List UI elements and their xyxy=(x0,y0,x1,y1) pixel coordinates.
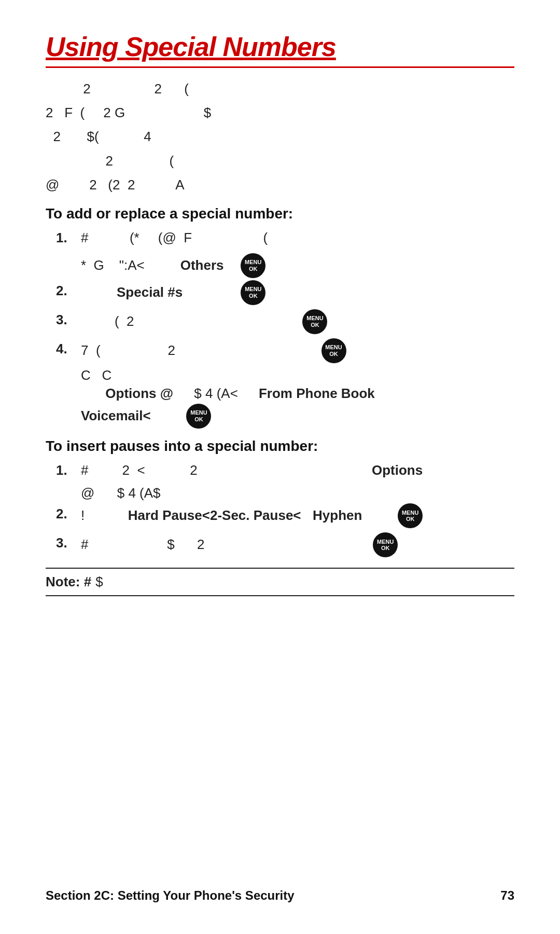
from-phone-book-label: From Phone Book xyxy=(259,386,375,402)
footer-left: Section 2C: Setting Your Phone's Securit… xyxy=(46,888,295,903)
hard-pause-label: Hard Pause<2-Sec. Pause< xyxy=(128,505,301,527)
options-label-p1: Options xyxy=(372,460,423,482)
add-replace-label: To add or replace a special number: xyxy=(46,205,514,222)
add-step-4-sub3: Voicemail< MENUOK xyxy=(81,404,514,429)
pause-step-1-num: 1. xyxy=(56,460,81,482)
intro-row-4: 2 ( xyxy=(46,149,514,172)
page-title: Using Special Numbers xyxy=(46,31,514,62)
note-label: Note: # xyxy=(46,574,91,590)
add-step-1-sub: * G ":A< Others MENUOK xyxy=(81,253,514,278)
footer: Section 2C: Setting Your Phone's Securit… xyxy=(46,888,514,903)
step-2-num: 2. xyxy=(56,280,81,302)
add-step-4-main: 4. 7 ( 2 MENUOK xyxy=(56,338,514,363)
voicemail-label: Voicemail< xyxy=(81,408,151,424)
pause-step-3: 3. # $ 2 MENUOK xyxy=(56,532,514,557)
step-1-content: # (* (@ F ( xyxy=(81,227,514,249)
special-hash-label: Special #s xyxy=(117,282,183,304)
step-2-content: Special #s MENUOK xyxy=(81,280,514,305)
add-steps: 1. # (* (@ F ( * G ":A< Others MENUOK 2. xyxy=(56,227,514,429)
step-3-num: 3. xyxy=(56,309,81,331)
pause-step-3-num: 3. xyxy=(56,532,81,554)
add-step-2: 2. Special #s MENUOK xyxy=(56,280,514,305)
note-bar: Note: # $ xyxy=(46,568,514,596)
add-step-1: 1. # (* (@ F ( * G ":A< Others MENUOK xyxy=(56,227,514,278)
options-label: Options @ xyxy=(105,386,173,402)
pause-step-2-content: ! Hard Pause<2-Sec. Pause< Hyphen MENUOK xyxy=(81,503,514,528)
pause-step-1-sub: @ $ 4 (A$ xyxy=(81,485,514,501)
pause-step-3-content: # $ 2 MENUOK xyxy=(81,532,514,557)
add-step-1-main: 1. # (* (@ F ( xyxy=(56,227,514,249)
add-step-4: 4. 7 ( 2 MENUOK C C Options @ $ 4 (A< xyxy=(56,338,514,429)
intro-row-1: 2 2 ( xyxy=(46,77,514,100)
menu-ok-btn-4[interactable]: MENUOK xyxy=(321,338,346,363)
menu-ok-btn-2[interactable]: MENUOK xyxy=(241,280,265,305)
step-1-num: 1. xyxy=(56,227,81,249)
pause-steps: 1. # 2 < 2 Options @ $ 4 (A$ 2. xyxy=(56,460,514,558)
menu-ok-btn-1[interactable]: MENUOK xyxy=(241,253,265,278)
add-step-4-sub1: C C xyxy=(81,367,514,383)
insert-pauses-label: To insert pauses into a special number: xyxy=(46,438,514,455)
note-text: $ xyxy=(95,574,103,590)
pause-step-1: 1. # 2 < 2 Options @ $ 4 (A$ xyxy=(56,460,514,502)
pause-step-2-num: 2. xyxy=(56,503,81,525)
add-step-4-sub2: Options @ $ 4 (A< From Phone Book xyxy=(81,386,514,402)
add-step-3: 3. ( 2 MENUOK xyxy=(56,309,514,334)
menu-ok-btn-p2[interactable]: MENUOK xyxy=(398,503,423,528)
menu-ok-btn-p3[interactable]: MENUOK xyxy=(373,532,398,557)
step-4-num: 4. xyxy=(56,338,81,360)
menu-ok-btn-4b[interactable]: MENUOK xyxy=(186,404,211,429)
intro-row-3: 2 $( 4 xyxy=(46,125,514,148)
others-label: Others xyxy=(180,257,224,273)
intro-row-2: 2 F ( 2 G $ xyxy=(46,101,514,124)
step-4-content: 7 ( 2 MENUOK xyxy=(81,338,514,363)
step-3-content: ( 2 MENUOK xyxy=(81,309,514,334)
pause-step-1-content: # 2 < 2 Options xyxy=(81,460,514,482)
hyphen-label: Hyphen xyxy=(313,505,362,527)
footer-right: 73 xyxy=(500,888,514,903)
title-divider xyxy=(46,66,514,68)
intro-block: 2 2 ( 2 F ( 2 G $ 2 $( 4 2 ( @ 2 (2 2 A xyxy=(46,77,514,196)
menu-ok-btn-3[interactable]: MENUOK xyxy=(302,309,327,334)
pause-step-2: 2. ! Hard Pause<2-Sec. Pause< Hyphen MEN… xyxy=(56,503,514,528)
intro-row-5: @ 2 (2 2 A xyxy=(46,173,514,196)
pause-step-1-main: 1. # 2 < 2 Options xyxy=(56,460,514,482)
